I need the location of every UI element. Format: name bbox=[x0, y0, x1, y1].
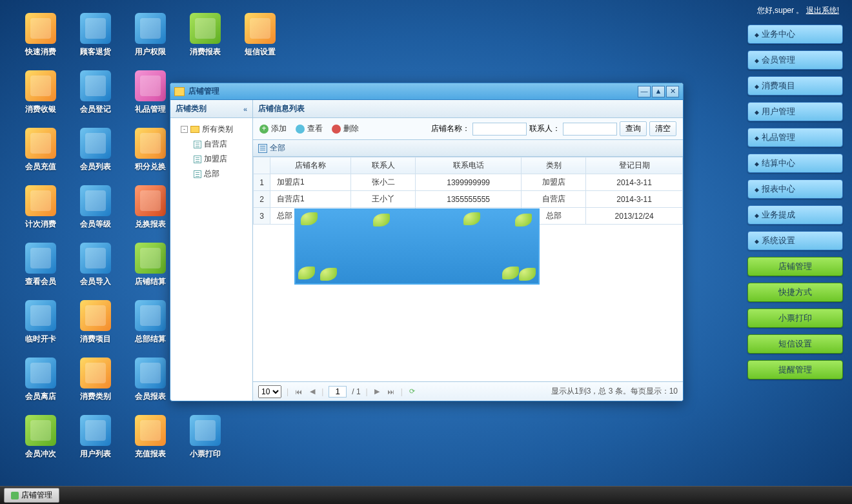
sidemenu-item[interactable]: 小票打印 bbox=[747, 308, 843, 328]
sidemenu-item[interactable]: 业务提成 bbox=[747, 205, 843, 225]
expand-icon[interactable]: - bbox=[181, 126, 188, 133]
taskbar-item[interactable]: 店铺管理 bbox=[4, 488, 59, 503]
contact-input[interactable] bbox=[563, 123, 617, 136]
last-page-button[interactable]: ⏭ bbox=[386, 388, 396, 396]
column-header[interactable]: 联系电话 bbox=[416, 157, 521, 174]
desktop-icon[interactable]: 查看会员 bbox=[13, 243, 68, 287]
document-icon bbox=[194, 156, 201, 163]
desktop-icon[interactable]: 充值报表 bbox=[123, 415, 178, 459]
column-header[interactable]: 店铺名称 bbox=[270, 157, 351, 174]
table-row[interactable]: 2 自营店1 王小丫 1355555555 自营店 2014-3-11 bbox=[254, 191, 683, 208]
minimize-button[interactable]: — bbox=[638, 86, 651, 97]
tree-header: 店铺类别 bbox=[176, 103, 207, 114]
sidemenu-item[interactable]: 短信设置 bbox=[747, 334, 843, 354]
desktop-icon[interactable]: 用户列表 bbox=[68, 415, 123, 459]
next-page-button[interactable]: ▶ bbox=[373, 387, 381, 396]
clear-button[interactable]: 清空 bbox=[649, 121, 676, 136]
icon-label: 消费类别 bbox=[68, 391, 123, 402]
app-icon bbox=[135, 13, 166, 44]
column-header[interactable]: 登记日期 bbox=[586, 157, 683, 174]
app-icon bbox=[80, 70, 111, 101]
view-button[interactable]: 查看 bbox=[296, 123, 323, 134]
app-icon bbox=[25, 243, 56, 274]
app-icon bbox=[25, 128, 56, 159]
document-icon bbox=[194, 170, 201, 178]
logout-link[interactable]: 退出系统! bbox=[806, 6, 839, 15]
desktop-icon[interactable]: 计次消费 bbox=[13, 185, 68, 230]
maximize-button[interactable]: ▲ bbox=[652, 86, 665, 97]
sidemenu-item[interactable]: 店铺管理 bbox=[747, 257, 843, 276]
desktop-icon[interactable]: 会员导入 bbox=[68, 243, 123, 287]
sidemenu-item[interactable]: 系统设置 bbox=[747, 231, 843, 250]
desktop-icon[interactable]: 消费收银 bbox=[13, 70, 68, 115]
icon-label: 计次消费 bbox=[13, 219, 68, 230]
desktop-icon[interactable]: 临时开卡 bbox=[13, 300, 68, 345]
desktop-icon[interactable]: 会员等级 bbox=[68, 185, 123, 230]
app-icon bbox=[135, 415, 166, 446]
store-name-input[interactable] bbox=[472, 123, 527, 136]
column-header[interactable]: 联系人 bbox=[351, 157, 416, 174]
delete-button[interactable]: 删除 bbox=[332, 123, 359, 134]
sidemenu-item[interactable]: 消费项目 bbox=[747, 76, 843, 96]
icon-label: 小票打印 bbox=[178, 449, 232, 459]
collapse-tree-button[interactable]: « bbox=[243, 105, 247, 113]
sidemenu-item[interactable]: 用户管理 bbox=[747, 102, 843, 121]
search-button[interactable]: 查询 bbox=[620, 121, 647, 136]
app-icon bbox=[80, 415, 111, 446]
table-row[interactable]: 1 加盟店1 张小二 1399999999 加盟店 2014-3-11 bbox=[254, 174, 683, 191]
column-header[interactable] bbox=[254, 157, 270, 174]
icon-label: 短信设置 bbox=[232, 46, 287, 57]
sidemenu-item[interactable]: 快捷方式 bbox=[747, 283, 843, 302]
sidemenu-item[interactable]: 会员管理 bbox=[747, 50, 843, 70]
page-number-input[interactable] bbox=[329, 386, 347, 398]
desktop-icon[interactable]: 会员登记 bbox=[68, 70, 123, 115]
first-page-button[interactable]: ⏮ bbox=[294, 388, 303, 396]
app-icon bbox=[190, 415, 221, 446]
tree-item[interactable]: 总部 bbox=[173, 166, 250, 181]
icon-label: 会员冲次 bbox=[13, 449, 68, 459]
window-titlebar[interactable]: 店铺管理 — ▲ ✕ bbox=[170, 83, 683, 100]
taskbar: 店铺管理 bbox=[0, 486, 852, 504]
desktop-icon[interactable]: 短信设置 bbox=[232, 13, 287, 57]
desktop-icon[interactable]: 用户权限 bbox=[123, 13, 178, 57]
icon-label: 顾客退货 bbox=[68, 46, 123, 57]
column-header[interactable]: 类别 bbox=[521, 157, 585, 174]
sidemenu-item[interactable]: 提醒管理 bbox=[747, 360, 843, 379]
tree-item[interactable]: 自营店 bbox=[173, 137, 250, 152]
desktop-icon[interactable]: 快速消费 bbox=[13, 13, 68, 57]
desktop-icon[interactable]: 消费报表 bbox=[178, 13, 232, 57]
watermark-overlay bbox=[294, 208, 540, 285]
list-toolbar: 添加 查看 删除 店铺名称： 联系人： 查询 清空 bbox=[253, 118, 683, 140]
sidemenu-item[interactable]: 报表中心 bbox=[747, 179, 843, 199]
app-icon bbox=[80, 243, 111, 274]
sidemenu-item[interactable]: 结算中心 bbox=[747, 154, 843, 173]
sidemenu-item[interactable]: 业务中心 bbox=[747, 25, 843, 44]
icon-label: 查看会员 bbox=[13, 276, 68, 287]
app-icon bbox=[25, 185, 56, 216]
page-size-select[interactable]: 10 bbox=[258, 385, 281, 398]
icon-label: 消费报表 bbox=[178, 46, 232, 57]
app-icon bbox=[11, 492, 19, 499]
add-button[interactable]: 添加 bbox=[259, 123, 287, 134]
desktop-icon[interactable]: 会员列表 bbox=[68, 128, 123, 172]
delete-icon bbox=[332, 125, 341, 134]
icon-label: 会员登记 bbox=[68, 104, 123, 115]
prev-page-button[interactable]: ◀ bbox=[309, 387, 316, 396]
desktop-icon[interactable]: 消费类别 bbox=[68, 358, 123, 402]
tree-item[interactable]: 加盟店 bbox=[173, 152, 250, 166]
app-icon bbox=[25, 358, 56, 388]
desktop-icon[interactable]: 会员离店 bbox=[13, 358, 68, 402]
app-icon bbox=[135, 300, 166, 331]
desktop-icon[interactable]: 会员充值 bbox=[13, 128, 68, 172]
app-icon bbox=[245, 13, 276, 44]
user-bar: 您好,super 。 退出系统! bbox=[757, 5, 839, 16]
desktop-icon[interactable]: 消费项目 bbox=[68, 300, 123, 345]
sidemenu-item[interactable]: 礼品管理 bbox=[747, 128, 843, 147]
desktop-icon[interactable]: 顾客退货 bbox=[68, 13, 123, 57]
tree-root[interactable]: -所有类别 bbox=[173, 122, 250, 137]
desktop-icon[interactable]: 小票打印 bbox=[178, 415, 232, 459]
desktop-icon[interactable]: 会员冲次 bbox=[13, 415, 68, 459]
refresh-button[interactable]: ⟳ bbox=[408, 387, 416, 396]
icon-label: 会员列表 bbox=[68, 161, 123, 172]
close-button[interactable]: ✕ bbox=[666, 86, 679, 97]
